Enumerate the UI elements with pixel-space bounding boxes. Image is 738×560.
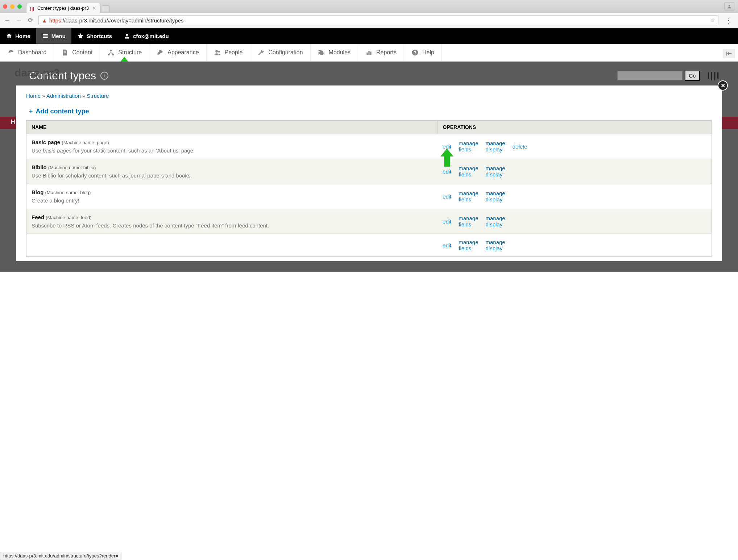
svg-point-4 <box>126 34 128 36</box>
minimize-window-button[interactable] <box>10 4 14 9</box>
type-name: Basic page <box>32 139 60 145</box>
op-manage-display[interactable]: managedisplay <box>486 165 505 177</box>
back-button[interactable]: ← <box>4 17 11 24</box>
menu-label: Appearance <box>167 49 199 56</box>
url-input[interactable]: ▲ https ://daas-pr3.mit.edu/#overlay=adm… <box>38 15 718 25</box>
url-proto: https <box>49 17 61 24</box>
content-types-table: NAME OPERATIONS Basic page (Machine name… <box>26 120 712 257</box>
reports-icon <box>365 49 373 56</box>
menu-dashboard[interactable]: Dashboard <box>0 44 54 61</box>
browser-user-icon[interactable] <box>724 2 734 11</box>
svg-rect-12 <box>366 53 368 55</box>
svg-rect-5 <box>64 51 66 52</box>
menu-label: Configuration <box>268 49 303 56</box>
type-desc: Use basic pages for your static content,… <box>32 147 432 154</box>
svg-point-7 <box>110 50 112 51</box>
menu-modules[interactable]: Modules <box>311 44 358 61</box>
menu-content[interactable]: Content <box>54 44 100 61</box>
menu-people[interactable]: People <box>207 44 250 61</box>
op-manage-display[interactable]: managedisplay <box>486 190 505 202</box>
admin-user[interactable]: cfox@mit.edu <box>118 28 175 44</box>
add-content-type-link[interactable]: + Add content type <box>29 108 89 115</box>
svg-rect-3 <box>43 37 48 38</box>
structure-icon <box>107 49 115 56</box>
menu-label: Help <box>422 49 434 56</box>
menu-label: Modules <box>329 49 351 56</box>
collapse-menu-button[interactable] <box>723 49 735 58</box>
user-icon <box>124 33 130 39</box>
maximize-window-button[interactable] <box>17 4 22 9</box>
name-cell: Biblio (Machine name: biblio)Use Biblio … <box>26 159 438 184</box>
name-cell: Feed (Machine name: feed)Subscribe to RS… <box>26 209 438 234</box>
breadcrumb-admin[interactable]: Administration <box>46 93 81 99</box>
ops-cell: editmanagefieldsmanagedisplaydelete <box>438 134 712 159</box>
favicon-icon: ||| <box>30 6 35 11</box>
op-edit[interactable]: edit <box>443 193 451 200</box>
admin-shortcuts-label: Shortcuts <box>87 33 112 39</box>
reload-button[interactable]: ⟳ <box>27 16 34 24</box>
menu-structure[interactable]: Structure <box>100 44 149 61</box>
menu-label: Dashboard <box>18 49 46 56</box>
admin-menu[interactable]: Menu <box>36 28 71 44</box>
table-row: Biblio (Machine name: biblio)Use Biblio … <box>26 159 712 184</box>
svg-rect-13 <box>368 51 369 55</box>
browser-tab[interactable]: ||| Content types | daas-pr3 ✕ <box>26 3 100 13</box>
plus-icon: + <box>29 108 33 115</box>
menu-reports[interactable]: Reports <box>358 44 404 61</box>
add-circle-icon[interactable]: + <box>100 72 108 80</box>
name-cell <box>26 234 438 257</box>
svg-rect-14 <box>370 52 371 55</box>
op-manage-fields[interactable]: managefields <box>459 215 478 227</box>
search-input[interactable] <box>617 71 683 80</box>
bookmark-icon[interactable]: ☆ <box>710 17 715 24</box>
op-manage-display[interactable]: managedisplay <box>486 239 505 251</box>
menu-label: Structure <box>118 49 142 56</box>
breadcrumb: Home » Administration » Structure <box>26 93 712 99</box>
page-header: Content types + Go I||I <box>0 62 738 85</box>
star-icon <box>77 33 84 39</box>
admin-toolbar: Home Menu Shortcuts cfox@mit.edu <box>0 28 738 44</box>
table-row: Blog (Machine name: blog)Create a blog e… <box>26 184 712 209</box>
new-tab-button[interactable] <box>102 5 110 12</box>
svg-rect-2 <box>43 35 48 36</box>
tab-close-icon[interactable]: ✕ <box>92 5 96 11</box>
op-manage-display[interactable]: managedisplay <box>486 215 505 227</box>
address-bar: ← → ⟳ ▲ https ://daas-pr3.mit.edu/#overl… <box>0 13 738 28</box>
site-name-faded: daas-pr3 <box>14 67 60 79</box>
ops-cell: editmanagefieldsmanagedisplay <box>438 209 712 234</box>
menu-help[interactable]: ? Help <box>404 44 442 61</box>
ops-cell: editmanagefieldsmanagedisplay <box>438 184 712 209</box>
op-edit[interactable]: edit <box>443 218 451 225</box>
machine-name: (Machine name: feed) <box>46 215 91 220</box>
svg-rect-1 <box>43 34 48 35</box>
close-window-button[interactable] <box>3 4 7 9</box>
overlay-close-button[interactable]: ✕ <box>718 80 728 91</box>
op-manage-fields[interactable]: managefields <box>459 190 478 202</box>
browser-menu-icon[interactable]: ⋮ <box>723 17 734 24</box>
op-manage-fields[interactable]: managefields <box>459 239 478 251</box>
site-search: Go I||I <box>617 71 720 81</box>
machine-name: (Machine name: blog) <box>45 190 91 195</box>
hamburger-icon <box>42 33 49 39</box>
type-desc: Use Biblio for scholarly content, such a… <box>32 172 432 179</box>
op-delete[interactable]: delete <box>513 143 527 150</box>
breadcrumb-structure[interactable]: Structure <box>87 93 109 99</box>
puzzle-icon <box>318 49 325 56</box>
table-row: editmanagefieldsmanagedisplay <box>26 234 712 257</box>
home-icon <box>6 33 12 39</box>
op-manage-fields[interactable]: managefields <box>459 140 478 152</box>
breadcrumb-home[interactable]: Home <box>26 93 41 99</box>
nav-band-letter: H <box>11 119 15 125</box>
menu-configuration[interactable]: Configuration <box>250 44 310 61</box>
admin-shortcuts[interactable]: Shortcuts <box>71 28 118 44</box>
admin-home[interactable]: Home <box>0 28 36 44</box>
ops-cell: editmanagefieldsmanagedisplay <box>438 234 712 257</box>
op-edit[interactable]: edit <box>443 168 451 175</box>
svg-point-10 <box>215 50 218 53</box>
table-row: Feed (Machine name: feed)Subscribe to RS… <box>26 209 712 234</box>
op-manage-display[interactable]: managedisplay <box>486 140 505 152</box>
menu-appearance[interactable]: Appearance <box>149 44 206 61</box>
op-edit[interactable]: edit <box>443 242 451 248</box>
search-go-button[interactable]: Go <box>685 71 700 81</box>
op-manage-fields[interactable]: managefields <box>459 165 478 177</box>
